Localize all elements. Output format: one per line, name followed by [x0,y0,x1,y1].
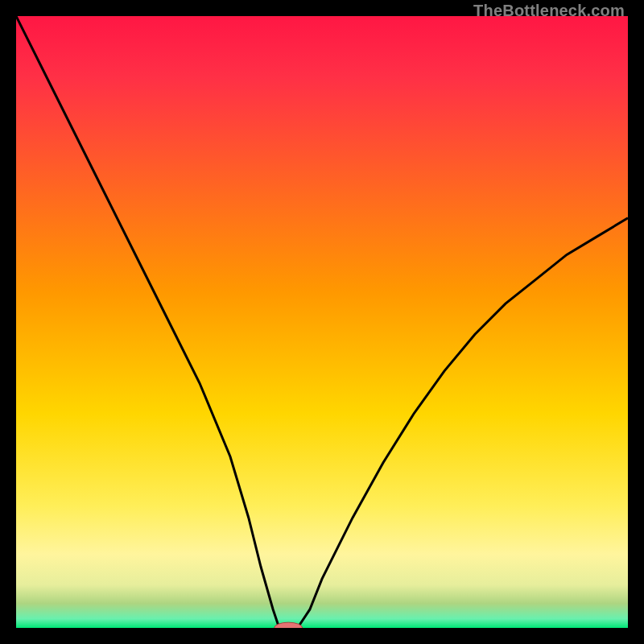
plot-area [16,16,628,628]
bottleneck-chart [16,16,628,628]
chart-frame: TheBottleneck.com [0,0,644,644]
gradient-background [16,16,628,628]
